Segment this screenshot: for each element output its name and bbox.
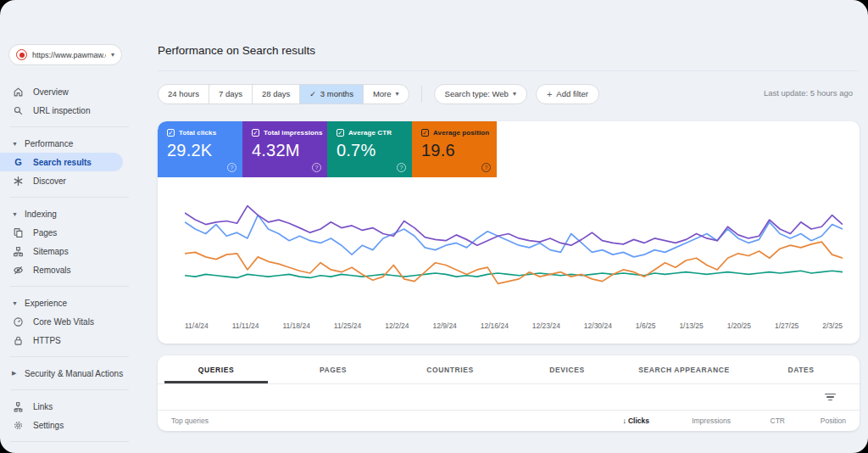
property-selector[interactable]: https://www.pawmaw.c... ▾	[8, 44, 122, 65]
checkbox-checked-icon[interactable]: ✓	[252, 129, 259, 137]
discover-asterisk-icon	[13, 176, 24, 187]
metric-card-total-clicks[interactable]: ✓ Total clicks 29.2K ?	[158, 121, 242, 177]
sidebar-group-experience[interactable]: ▼ Experience	[0, 294, 149, 312]
x-axis-label: 12/23/24	[532, 322, 560, 330]
sidebar-item-discover[interactable]: Discover	[0, 171, 149, 190]
sidebar-item-label: Sitemaps	[33, 247, 69, 256]
sidebar-divider	[10, 356, 129, 357]
column-header-position[interactable]: Position	[785, 417, 846, 425]
sidebar-group-performance[interactable]: ▼ Performance	[0, 134, 149, 153]
sidebar-group-indexing[interactable]: ▼ Indexing	[0, 204, 149, 223]
x-axis-label: 11/25/24	[334, 322, 361, 330]
sidebar-divider	[10, 197, 129, 198]
x-axis-label: 12/30/24	[584, 322, 612, 330]
sidebar-item-removals[interactable]: Removals	[0, 260, 149, 279]
sort-arrow-down-icon: ↓	[622, 417, 626, 425]
tab-search-appearance[interactable]: SEARCH APPEARANCE	[626, 355, 743, 383]
column-header-clicks[interactable]: ↓Clicks	[581, 417, 649, 425]
x-axis-label: 11/4/24	[185, 322, 209, 330]
sidebar-item-sitemaps[interactable]: Sitemaps	[0, 242, 149, 260]
sidebar-item-label: Links	[33, 402, 53, 411]
sidebar-item-label: URL inspection	[33, 106, 90, 115]
performance-chart-card: ✓ Total clicks 29.2K ? ✓ Total impressio…	[158, 121, 860, 344]
sidebar-item-settings[interactable]: Settings	[0, 416, 149, 434]
sidebar-group-security[interactable]: ▶ Security & Manual Actions	[0, 364, 149, 383]
page-title: Performance on Search results	[158, 44, 860, 71]
sidebar-item-core-web-vitals[interactable]: Core Web Vitals	[0, 312, 149, 331]
sidebar-item-label: Pages	[33, 228, 57, 238]
sidebar-item-search-results[interactable]: G Search results	[0, 153, 123, 171]
sidebar: https://www.pawmaw.c... ▾ Overview URL i…	[0, 0, 149, 453]
x-axis-label: 1/6/25	[636, 322, 656, 330]
tab-devices[interactable]: DEVICES	[509, 355, 626, 383]
lock-icon	[13, 335, 24, 346]
search-type-filter[interactable]: Search type: Web ▾	[434, 84, 527, 104]
help-icon[interactable]: ?	[397, 163, 406, 172]
metric-cards: ✓ Total clicks 29.2K ? ✓ Total impressio…	[158, 121, 860, 177]
filter-list-icon[interactable]	[821, 390, 839, 405]
column-header-impressions[interactable]: Impressions	[649, 417, 731, 425]
table-toolbar	[158, 384, 860, 411]
chevron-collapsed-icon: ▶	[12, 370, 18, 377]
search-icon	[13, 105, 24, 116]
chart-line-ctr	[185, 271, 843, 277]
vertical-divider	[421, 86, 422, 103]
dimensions-table-card: QUERIESPAGESCOUNTRIESDEVICESSEARCH APPEA…	[158, 355, 860, 431]
add-filter-button[interactable]: + Add filter	[536, 84, 599, 104]
sidebar-item-pages[interactable]: Pages	[0, 223, 149, 242]
tab-queries[interactable]: QUERIES	[158, 355, 275, 383]
metric-value: 4.32M	[252, 141, 327, 160]
sidebar-item-submit-feedback[interactable]: Submit feedback	[0, 449, 149, 453]
metric-card-average-position[interactable]: ✓ Average position 19.6 ?	[412, 121, 497, 177]
range-3-months-button[interactable]: ✓ 3 months	[299, 85, 363, 103]
range-24-hours-button[interactable]: 24 hours	[159, 85, 209, 103]
tab-countries[interactable]: COUNTRIES	[392, 355, 509, 383]
range-7-days-button[interactable]: 7 days	[209, 85, 252, 103]
sidebar-item-label: Settings	[33, 421, 64, 430]
checkbox-checked-icon[interactable]: ✓	[167, 129, 175, 137]
tab-dates[interactable]: DATES	[743, 355, 860, 383]
date-range-control: 24 hours 7 days 28 days ✓ 3 months More …	[158, 84, 409, 104]
x-axis-label: 12/16/24	[481, 322, 509, 330]
sidebar-divider	[10, 389, 129, 390]
property-favicon	[16, 49, 27, 60]
chart-line-impressions	[185, 206, 843, 246]
sidebar-item-url-inspection[interactable]: URL inspection	[0, 101, 149, 120]
tab-pages[interactable]: PAGES	[275, 355, 392, 383]
help-icon[interactable]: ?	[227, 163, 236, 172]
range-more-button[interactable]: More ▾	[363, 85, 409, 103]
sidebar-item-label: Discover	[33, 176, 66, 186]
sidebar-item-label: Overview	[33, 87, 69, 97]
chevron-expanded-icon: ▼	[12, 141, 18, 147]
x-axis-labels: 11/4/2411/11/2411/18/2411/25/2412/2/2412…	[158, 318, 860, 330]
sidebar-divider	[10, 441, 129, 442]
sidebar-item-label: Core Web Vitals	[33, 317, 94, 327]
links-icon	[13, 401, 24, 412]
sidebar-item-overview[interactable]: Overview	[0, 82, 149, 101]
x-axis-label: 12/2/24	[385, 322, 409, 330]
sidebar-item-links[interactable]: Links	[0, 397, 149, 416]
metric-value: 29.2K	[167, 141, 242, 160]
chevron-down-icon: ▾	[111, 51, 114, 59]
column-header-ctr[interactable]: CTR	[731, 417, 785, 425]
checkbox-checked-icon[interactable]: ✓	[421, 129, 429, 137]
sidebar-divider	[10, 286, 129, 287]
sidebar-item-label: Removals	[33, 266, 70, 275]
help-icon[interactable]: ?	[481, 163, 491, 172]
help-icon[interactable]: ?	[312, 163, 321, 172]
range-28-days-button[interactable]: 28 days	[252, 85, 299, 103]
removals-hidden-eye-icon	[13, 265, 24, 276]
sidebar-divider	[10, 126, 129, 127]
gear-icon	[13, 420, 24, 431]
checkbox-checked-icon[interactable]: ✓	[337, 129, 344, 137]
plus-icon: +	[547, 89, 552, 99]
sidebar-item-https[interactable]: HTTPS	[0, 331, 149, 350]
sidebar-group-label: Performance	[25, 139, 73, 148]
x-axis-label: 2/3/25	[822, 322, 843, 330]
sidebar-group-label: Experience	[25, 299, 67, 308]
metric-card-total-impressions[interactable]: ✓ Total impressions 4.32M ?	[242, 121, 327, 177]
column-header-top-queries[interactable]: Top queries	[171, 417, 581, 425]
line-chart-svg	[185, 189, 843, 318]
last-update-text: Last update: 5 hours ago	[764, 88, 853, 98]
metric-card-average-ctr[interactable]: ✓ Average CTR 0.7% ?	[327, 121, 412, 177]
